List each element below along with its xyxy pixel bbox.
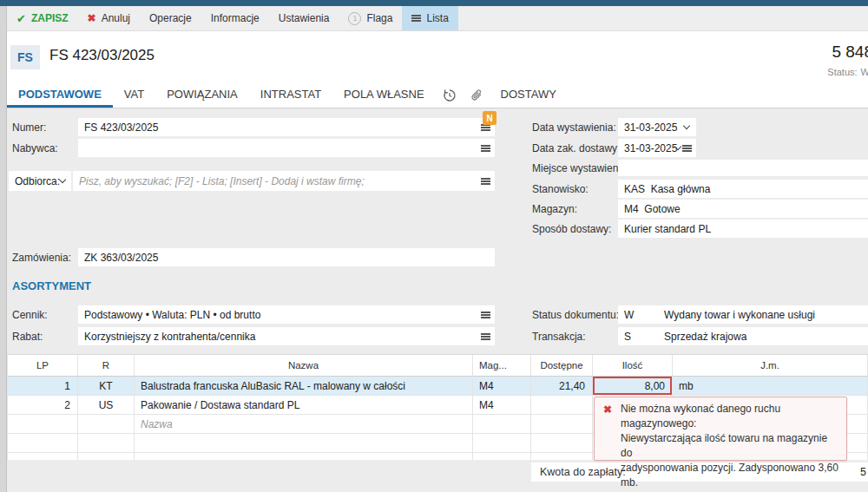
attachments-button[interactable] <box>464 82 490 108</box>
cell-ilosc-error[interactable]: 8,00 <box>593 377 673 396</box>
field-menu-icon[interactable] <box>481 145 490 152</box>
cell-lp[interactable]: 1 <box>8 377 78 396</box>
items-table-header: LP R Nazwa Mag... Dostępne Ilość J.m. <box>8 355 868 377</box>
transakcja-field[interactable]: S Sprzedaż krajowa <box>618 327 868 345</box>
tab-podstawowe[interactable]: PODSTAWOWE <box>7 82 113 108</box>
table-row[interactable]: 1 KT Balustrada francuska AluBasic RAL -… <box>8 377 868 396</box>
cell-nazwa-placeholder[interactable]: Nazwa <box>135 415 473 434</box>
tab-intrastat-label: INTRASTAT <box>260 88 321 101</box>
kwota-value: 5 <box>860 466 866 478</box>
cell-dostepne[interactable] <box>531 396 593 415</box>
page-title: FS 423/03/2025 <box>49 47 155 64</box>
zamowienia-field[interactable]: ZK 363/03/2025 <box>78 248 495 266</box>
transakcja-code: S <box>624 331 664 343</box>
cell-mag[interactable]: M4 <box>473 377 531 396</box>
empty-cell[interactable] <box>135 453 473 460</box>
stanowisko-field[interactable]: KAS Kasa główna <box>618 180 868 198</box>
data-zak-dostawy-value: 31-03-2025 <box>624 142 677 154</box>
odbiorca-selector[interactable]: Odbiorca: <box>9 171 71 191</box>
sposob-dostawy-label: Sposób dostawy: <box>532 223 611 235</box>
empty-cell[interactable] <box>78 434 135 453</box>
cell-lp[interactable]: 2 <box>8 396 78 415</box>
data-zak-dostawy-field[interactable]: 31-03-2025 <box>618 139 696 157</box>
document-header: FS FS 423/03/2025 5 848 Status: W <box>7 31 868 82</box>
paperclip-icon <box>470 89 483 102</box>
tab-pola-wlasne[interactable]: POLA WŁASNE <box>332 82 435 108</box>
empty-cell[interactable] <box>8 434 78 453</box>
error-message-line: zadysponowania pozycji. Zadysponowano 3,… <box>621 461 839 490</box>
cell-r[interactable]: US <box>78 396 135 415</box>
col-header-dostepne[interactable]: Dostępne <box>531 355 593 377</box>
save-button[interactable]: ✔ ZAPISZ <box>7 6 78 30</box>
status-dokumentu-field[interactable]: W Wydany towar i wykonane usługi <box>618 305 868 324</box>
col-header-lp[interactable]: LP <box>8 355 78 377</box>
nabywca-field[interactable] <box>78 139 495 157</box>
tab-podstawowe-label: PODSTAWOWE <box>18 88 102 101</box>
tab-vat[interactable]: VAT <box>113 82 155 108</box>
tab-dostawy[interactable]: DOSTAWY <box>490 82 568 108</box>
tab-powiazania[interactable]: POWIĄZANIA <box>155 82 249 108</box>
numer-field[interactable]: FS 423/03/2025 <box>78 118 495 136</box>
stanowisko-value: KAS Kasa główna <box>624 183 710 195</box>
nabywca-label: Nabywca: <box>12 142 58 154</box>
cell-r[interactable]: KT <box>78 377 135 396</box>
empty-cell[interactable] <box>531 453 593 460</box>
cennik-field[interactable]: Podstawowy • Waluta: PLN • od brutto <box>78 305 495 324</box>
cell-nazwa[interactable]: Pakowanie / Dostawa standard PL <box>135 396 473 415</box>
new-row-placeholder: Nazwa <box>141 418 173 430</box>
empty-cell[interactable] <box>473 434 531 453</box>
menu-informacje[interactable]: Informacje <box>201 6 269 30</box>
window-title-bar <box>0 0 868 6</box>
cell-dostepne[interactable]: 21,40 <box>531 377 593 396</box>
odbiorca-field[interactable]: Pisz, aby wyszukać; [F2] - Lista; [Inser… <box>73 171 495 191</box>
rabat-field[interactable]: Korzystniejszy z kontrahenta/cennika <box>78 327 495 345</box>
col-header-nazwa[interactable]: Nazwa <box>135 355 473 377</box>
status-dokumentu-code: W <box>624 309 664 321</box>
tab-intrastat[interactable]: INTRASTAT <box>249 82 332 108</box>
empty-cell[interactable] <box>78 453 135 460</box>
cell-jm[interactable]: mb <box>673 377 868 396</box>
empty-cell[interactable] <box>473 453 531 460</box>
cell-r[interactable] <box>78 415 135 434</box>
empty-cell[interactable] <box>8 453 78 460</box>
list-button[interactable]: Lista <box>402 6 457 30</box>
cell-dostepne[interactable] <box>531 415 593 434</box>
menu-ustawienia[interactable]: Ustawienia <box>269 6 339 30</box>
history-button[interactable] <box>436 82 464 108</box>
sposob-dostawy-field[interactable]: Kurier standard PL <box>618 220 868 238</box>
miejsce-wystawienia-field[interactable] <box>618 160 868 176</box>
menu-operacje-label: Operacje <box>149 12 192 24</box>
field-menu-icon[interactable] <box>481 312 490 318</box>
cell-nazwa[interactable]: Balustrada francuska AluBasic RAL - malo… <box>135 377 473 396</box>
list-button-label: Lista <box>426 12 448 24</box>
col-header-ilosc[interactable]: Ilość <box>593 355 673 377</box>
miejsce-wystawienia-label: Miejsce wystawienia: <box>532 162 629 174</box>
col-header-r[interactable]: R <box>78 355 135 377</box>
cell-mag[interactable] <box>473 415 531 434</box>
rabat-label: Rabat: <box>12 331 43 343</box>
asortyment-heading: ASORTYMENT <box>12 279 91 292</box>
cancel-icon: ✖ <box>88 12 96 24</box>
field-menu-icon[interactable] <box>481 333 490 340</box>
flag-button-label: Flaga <box>366 12 392 24</box>
magazyn-field[interactable]: M4 Gotowe <box>618 200 868 218</box>
col-header-mag[interactable]: Mag... <box>473 355 531 377</box>
data-wystawienia-value: 31-03-2025 <box>624 121 677 134</box>
cancel-button[interactable]: ✖ Anuluj <box>78 6 140 30</box>
field-menu-icon[interactable] <box>682 145 692 152</box>
status-indicator[interactable]: Status: W <box>827 67 868 77</box>
empty-cell[interactable] <box>531 434 593 453</box>
cell-lp[interactable] <box>8 415 78 434</box>
data-wystawienia-field[interactable]: 31-03-2025 <box>618 118 696 136</box>
tab-powiazania-label: POWIĄZANIA <box>167 88 238 101</box>
cell-mag[interactable]: M4 <box>473 396 531 415</box>
tab-pola-wlasne-label: POLA WŁASNE <box>344 88 424 101</box>
chevron-down-icon[interactable] <box>683 121 690 128</box>
col-header-jm[interactable]: J.m. <box>673 355 868 377</box>
toolbar: ✔ ZAPISZ ✖ Anuluj Operacje Informacje Us… <box>7 6 868 31</box>
menu-operacje[interactable]: Operacje <box>140 6 201 30</box>
field-menu-icon[interactable] <box>481 178 490 185</box>
history-icon <box>443 89 457 102</box>
empty-cell[interactable] <box>135 434 473 453</box>
flag-button[interactable]: 1 Flaga <box>339 6 402 30</box>
